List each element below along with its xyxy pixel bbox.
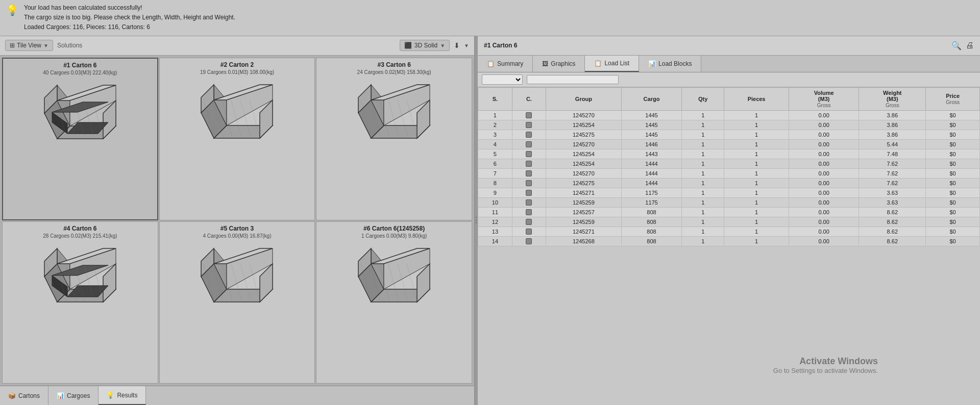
carton-grid: #1 Carton 640 Cargoes 0.03(M3) 222.40(kg… — [0, 56, 474, 386]
table-row[interactable]: 212452541445110.003.86$0 — [478, 120, 980, 130]
table-cell-r0-c7: 3.86 — [859, 110, 926, 120]
table-cell-r11-c7: 8.62 — [859, 217, 926, 226]
table-cell-r9-c3: 1175 — [621, 197, 682, 207]
carton-cell-5[interactable]: #5 Carton 34 Cargoes 0.00(M3) 16.87(kg) — [159, 221, 315, 384]
table-cell-r7-c2: 1245275 — [546, 178, 621, 188]
table-row[interactable]: 1012452591175110.003.63$0 — [478, 197, 980, 207]
carton-title-1: #1 Carton 6 — [63, 62, 96, 69]
right-tab-load_blocks[interactable]: 📊Load Blocks — [639, 56, 701, 72]
table-row[interactable]: 612452541444110.007.62$0 — [478, 159, 980, 168]
table-cell-r0-c5: 1 — [724, 110, 789, 120]
carton-box-svg-3 — [343, 77, 445, 154]
table-row[interactable]: 121245259808110.008.62$0 — [478, 217, 980, 226]
table-cell-r13-c7: 8.62 — [859, 236, 926, 246]
bottom-tab-cargoes[interactable]: 📊Cargoes — [48, 386, 99, 405]
filter-select[interactable] — [482, 74, 523, 85]
carton-cell-4[interactable]: #4 Carton 628 Cargoes 0.02(M3) 215.41(kg… — [2, 221, 158, 384]
right-tab-load_list[interactable]: 📋Load List — [585, 56, 639, 72]
graphics-right-tab-label: Graphics — [551, 60, 575, 67]
col-qty: Qty — [682, 87, 724, 110]
download-icon[interactable]: ⬇ — [454, 41, 460, 49]
carton-box-svg-4 — [29, 241, 131, 317]
carton-subtitle-1: 40 Cargoes 0.03(M3) 222.40(kg) — [43, 70, 117, 75]
table-cell-r5-c1 — [512, 159, 546, 168]
table-row[interactable]: 111245257808110.008.62$0 — [478, 207, 980, 217]
table-cell-r10-c7: 8.62 — [859, 207, 926, 217]
table-cell-r8-c4: 1 — [682, 188, 724, 197]
table-cell-r13-c8: $0 — [926, 236, 980, 246]
download-dropdown-icon[interactable]: ▼ — [464, 43, 469, 48]
right-tab-graphics[interactable]: 🖼Graphics — [533, 56, 585, 72]
tile-view-button[interactable]: ⊞ Tile View ▼ — [5, 40, 53, 51]
bottom-tab-cartons[interactable]: 📦Cartons — [0, 386, 48, 405]
carton-cell-2[interactable]: #2 Carton 219 Cargoes 0.01(M3) 108.00(kg… — [159, 58, 315, 221]
carton-cell-1[interactable]: #1 Carton 640 Cargoes 0.03(M3) 222.40(kg… — [2, 58, 158, 221]
table-cell-r8-c7: 3.63 — [859, 188, 926, 197]
table-row[interactable]: 112452701445110.003.86$0 — [478, 110, 980, 120]
col-seq: S. — [478, 87, 512, 110]
bottom-tab-results[interactable]: 💡Results — [99, 386, 146, 405]
col-cargo: Cargo — [621, 87, 682, 110]
table-cell-r9-c1 — [512, 197, 546, 207]
table-cell-r6-c1 — [512, 168, 546, 178]
table-row[interactable]: 312452751445110.003.86$0 — [478, 130, 980, 139]
table-cell-r10-c0: 11 — [478, 207, 512, 217]
table-cell-r13-c6: 0.00 — [789, 236, 859, 246]
carton-cell-6[interactable]: #6 Carton 6(1245258)1 Cargoes 0.00(M3) 9… — [316, 221, 472, 384]
table-cell-r11-c0: 12 — [478, 217, 512, 226]
table-row[interactable]: 912452711175110.003.63$0 — [478, 188, 980, 197]
table-cell-r6-c7: 7.62 — [859, 168, 926, 178]
view-3d-button[interactable]: ⬛ 3D Solid ▼ — [400, 40, 450, 51]
table-cell-r5-c0: 6 — [478, 159, 512, 168]
table-row[interactable]: 812452751444110.007.62$0 — [478, 178, 980, 188]
table-cell-r1-c8: $0 — [926, 120, 980, 130]
table-cell-r3-c3: 1446 — [621, 139, 682, 149]
col-group: Group — [546, 87, 621, 110]
table-cell-r0-c1 — [512, 110, 546, 120]
table-row[interactable]: 412452701446110.005.44$0 — [478, 139, 980, 149]
cargoes-tab-icon: 📊 — [57, 392, 64, 399]
right-tab-summary[interactable]: 📋Summary — [478, 56, 533, 72]
table-cell-r0-c6: 0.00 — [789, 110, 859, 120]
table-row[interactable]: 131245271808110.008.62$0 — [478, 226, 980, 236]
filter-input[interactable] — [527, 75, 619, 84]
table-cell-r6-c8: $0 — [926, 168, 980, 178]
table-row[interactable]: 512452541443110.007.48$0 — [478, 149, 980, 159]
table-row[interactable]: 141245268808110.008.62$0 — [478, 236, 980, 246]
table-row[interactable]: 712452701444110.007.62$0 — [478, 168, 980, 178]
search-icon[interactable]: 🔍 — [951, 41, 962, 50]
notification-line1: Your load has been calculated successful… — [24, 3, 235, 13]
right-header-icons: 🔍 🖨 — [951, 41, 974, 50]
table-cell-r2-c5: 1 — [724, 130, 789, 139]
table-cell-r13-c1 — [512, 236, 546, 246]
table-cell-r12-c2: 1245271 — [546, 226, 621, 236]
table-cell-r0-c3: 1445 — [621, 110, 682, 120]
cube-icon: ⬛ — [404, 42, 412, 49]
tile-view-dropdown-icon: ▼ — [43, 43, 48, 48]
table-cell-r13-c5: 1 — [724, 236, 789, 246]
table-cell-r1-c3: 1445 — [621, 120, 682, 130]
view-3d-label: 3D Solid — [414, 42, 437, 49]
table-cell-r3-c4: 1 — [682, 139, 724, 149]
table-cell-r8-c8: $0 — [926, 188, 980, 197]
summary-right-tab-label: Summary — [497, 60, 523, 67]
table-cell-r1-c4: 1 — [682, 120, 724, 130]
table-cell-r2-c0: 3 — [478, 130, 512, 139]
carton-box-svg-6 — [343, 241, 445, 317]
table-cell-r6-c5: 1 — [724, 168, 789, 178]
table-cell-r3-c0: 4 — [478, 139, 512, 149]
notification-text: Your load has been calculated successful… — [24, 3, 235, 33]
table-cell-r4-c6: 0.00 — [789, 149, 859, 159]
table-cell-r5-c2: 1245254 — [546, 159, 621, 168]
table-cell-r8-c5: 1 — [724, 188, 789, 197]
notification-icon: 💡 — [6, 4, 19, 16]
table-cell-r2-c7: 3.86 — [859, 130, 926, 139]
table-cell-r7-c1 — [512, 178, 546, 188]
col-pieces: Pieces — [724, 87, 789, 110]
right-panel: #1 Carton 6 🔍 🖨 📋Summary🖼Graphics📋Load L… — [478, 36, 980, 405]
bottom-tabs: 📦Cartons📊Cargoes💡Results — [0, 386, 474, 405]
carton-cell-3[interactable]: #3 Carton 624 Cargoes 0.02(M3) 158.30(kg… — [316, 58, 472, 221]
table-cell-r1-c5: 1 — [724, 120, 789, 130]
print-icon[interactable]: 🖨 — [966, 41, 974, 50]
table-cell-r13-c2: 1245268 — [546, 236, 621, 246]
